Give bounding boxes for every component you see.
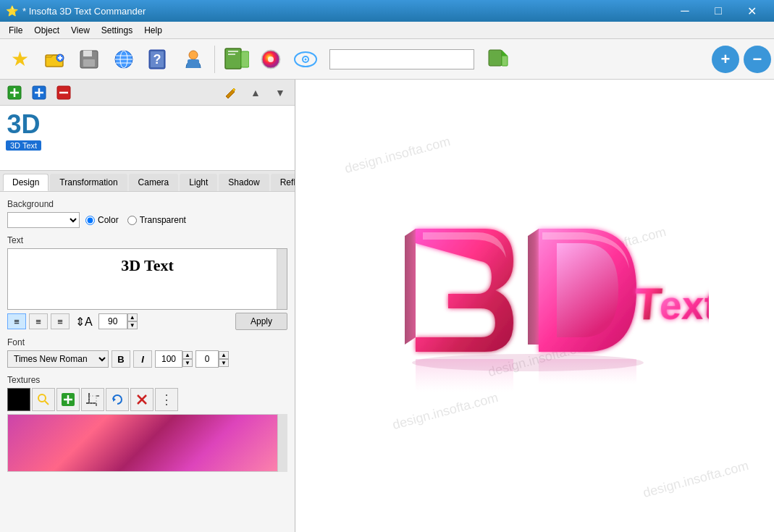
texture-add-button[interactable] [56,388,80,411]
font-rotation-input[interactable] [195,350,219,368]
open-button[interactable] [38,43,71,76]
font-rotation-spinner: ▲ ▼ [195,350,229,368]
svg-text:ext: ext [658,283,709,328]
color-button[interactable] [254,43,287,76]
menu-view[interactable]: View [65,24,96,37]
align-right-button[interactable]: ≡ [51,313,70,329]
3d-text-render: T ext [361,189,709,423]
titlebar-controls: ─ □ ✕ [668,0,768,22]
help-button[interactable]: ? [142,43,175,76]
layer-item[interactable]: 3D 3D Text [6,111,41,151]
font-size-spinner: ▲ ▼ [155,350,193,368]
text-section: Text 3D Text ≡ ≡ ≡ ⇕A ▲ ▼ [7,235,287,330]
menu-object[interactable]: Object [28,24,65,37]
texture-more-button[interactable]: ⋮ [155,388,178,411]
font-size-down[interactable]: ▼ [182,359,193,367]
menu-settings[interactable]: Settings [96,24,138,37]
text-scrollbar[interactable] [277,249,287,309]
svg-rect-49 [89,396,96,403]
italic-button[interactable]: I [133,350,152,368]
save-button[interactable] [72,43,106,76]
search-input[interactable] [329,49,474,69]
text-tools: ≡ ≡ ≡ ⇕A ▲ ▼ Apply [7,313,287,330]
text-area-wrapper: 3D Text [7,248,287,310]
main: ▲ ▼ 3D 3D Text Design Transformation Cam… [0,80,774,532]
tab-shadow[interactable]: Shadow [219,174,269,191]
preview-button[interactable] [289,43,322,76]
textures-preview [7,414,287,472]
tab-design[interactable]: Design [3,174,49,191]
svg-rect-18 [228,51,238,52]
tabs: Design Transformation Camera Light Shado… [0,171,295,192]
svg-rect-29 [489,50,502,66]
background-row: Color Transparent [7,212,287,228]
move-up-button[interactable]: ▲ [244,83,267,103]
svg-text:?: ? [153,52,161,67]
font-rot-down[interactable]: ▼ [219,359,229,367]
font-label: Font [7,337,287,347]
background-color-select[interactable] [7,212,80,228]
texture-refresh-button[interactable] [106,388,129,411]
texture-delete-button[interactable] [130,388,153,411]
font-size-up[interactable]: ▲ [182,351,193,359]
svg-marker-50 [113,397,116,402]
align-center-button[interactable]: ≡ [29,313,48,329]
tab-transformation[interactable]: Transformation [50,174,127,191]
close-button[interactable]: ✕ [735,0,768,22]
support-button[interactable] [177,43,210,76]
menu-help[interactable]: Help [138,24,168,37]
texture-search-button[interactable] [32,388,55,411]
new-button[interactable]: ★ [3,43,36,76]
delete-button[interactable] [52,83,75,103]
font-section: Font Times New Roman Arial Verdana B I ▲… [7,337,287,368]
menubar: File Object View Settings Help [0,22,774,39]
restore-button[interactable]: □ [702,0,735,22]
watermark-4: design.insofta.com [642,457,750,500]
texture-crop-button[interactable] [81,388,104,411]
font-select[interactable]: Times New Roman Arial Verdana [7,350,109,368]
toolbar: ★ ? [0,39,774,80]
textures-scrollbar[interactable] [277,414,287,472]
layer-name-badge: 3D Text [6,140,41,151]
zoom-out-button[interactable]: − [744,46,771,73]
tab-camera[interactable]: Camera [129,174,179,191]
texture-color-swatch[interactable] [7,388,30,411]
properties-panel: Background Color Transparent [0,192,295,532]
zoom-out-icon: − [753,50,762,69]
layer-3d-label: 3D [7,111,41,138]
minimize-button[interactable]: ─ [668,0,702,22]
svg-rect-31 [502,56,508,66]
add-scene-button[interactable] [3,83,26,103]
size-down-button[interactable]: ▼ [127,321,138,329]
add-object-button[interactable] [28,83,51,103]
move-down-button[interactable]: ▼ [269,83,292,103]
svg-point-28 [305,58,307,60]
textures-preview-wrapper [7,414,287,472]
tab-reflection[interactable]: Reflection [271,174,295,191]
color-radio-label[interactable]: Color [85,215,119,225]
svg-point-53 [412,354,644,371]
menu-file[interactable]: File [3,24,28,37]
font-size-input[interactable] [155,350,182,368]
spinner-buttons: ▲ ▼ [127,313,138,329]
align-left-button[interactable]: ≡ [7,313,26,329]
font-rot-up[interactable]: ▲ [219,351,229,359]
tab-light[interactable]: Light [180,174,217,191]
font-size-buttons: ▲ ▼ [182,351,193,367]
apply-button[interactable]: Apply [235,313,287,330]
svg-marker-30 [502,50,508,56]
import-button[interactable] [219,43,253,76]
svg-point-40 [38,394,46,402]
edit-button[interactable] [219,83,243,103]
export-save-button[interactable] [481,43,515,76]
size-up-button[interactable]: ▲ [127,313,138,321]
bold-button[interactable]: B [112,350,130,368]
transparent-radio-label[interactable]: Transparent [127,215,186,225]
text-size-input[interactable] [98,313,127,329]
text-input[interactable]: 3D Text [8,249,287,307]
web-button[interactable] [107,43,140,76]
color-radio[interactable] [85,216,95,225]
svg-rect-19 [228,54,235,55]
transparent-radio[interactable] [127,216,137,225]
zoom-in-button[interactable]: + [712,46,739,73]
